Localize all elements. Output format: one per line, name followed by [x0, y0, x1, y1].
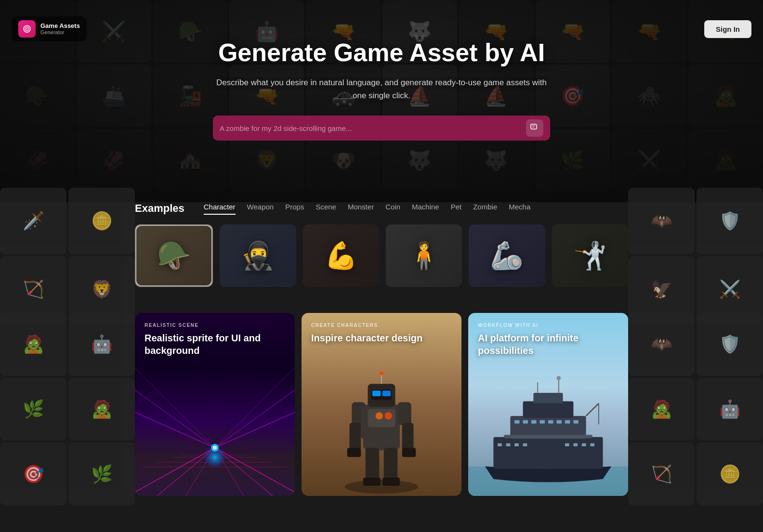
- promo-tag-character: CREATE CHARACTERS: [311, 323, 452, 328]
- card-image-4: 🧍: [407, 240, 441, 272]
- tab-weapon[interactable]: Weapon: [247, 203, 274, 215]
- promo-section: REALISTIC SCENE Realistic sprite for UI …: [0, 313, 763, 496]
- svg-rect-39: [366, 448, 380, 480]
- logo-text: Game Assets Generator: [40, 22, 80, 36]
- character-card-5[interactable]: 🦾: [469, 224, 545, 287]
- bg-cell: 🕷️: [612, 65, 686, 127]
- app-subtitle: Generator: [40, 29, 80, 36]
- tab-pet[interactable]: Pet: [451, 203, 462, 215]
- bg-cell: 🦑: [0, 129, 75, 192]
- svg-rect-56: [556, 420, 561, 424]
- svg-rect-43: [361, 407, 368, 439]
- svg-rect-37: [347, 448, 361, 457]
- svg-point-23: [345, 480, 418, 494]
- promo-card-character[interactable]: CREATE CHARACTERS Inspire character desi…: [302, 313, 461, 496]
- svg-rect-58: [573, 420, 578, 424]
- character-card-2[interactable]: 🥷: [220, 224, 296, 287]
- svg-rect-62: [523, 443, 527, 446]
- bg-cell: 🧟: [688, 65, 763, 127]
- tab-zombie[interactable]: Zombie: [473, 203, 497, 215]
- svg-point-26: [376, 412, 383, 419]
- svg-rect-41: [363, 478, 381, 486]
- examples-header: Examples Character Weapon Props Scene Mo…: [135, 202, 628, 215]
- bg-cell: ⚔️: [612, 129, 686, 192]
- svg-rect-38: [402, 448, 416, 457]
- svg-point-27: [385, 412, 392, 419]
- bg-cell: 🦑: [77, 129, 151, 192]
- svg-rect-57: [565, 420, 570, 424]
- svg-rect-63: [565, 443, 569, 446]
- svg-rect-60: [506, 443, 511, 446]
- promo-title-character: Inspire character design: [311, 332, 452, 344]
- card-image-2: 🥷: [241, 240, 275, 272]
- tab-props[interactable]: Props: [285, 203, 304, 215]
- promo-label-character: CREATE CHARACTERS Inspire character desi…: [311, 323, 452, 344]
- search-bar: [213, 116, 550, 141]
- tab-coin[interactable]: Coin: [385, 203, 400, 215]
- tab-character[interactable]: Character: [204, 203, 236, 215]
- character-card-3[interactable]: 💪: [303, 224, 379, 287]
- promo-label-ai: WORKFLOW WITH AI AI platform for infinit…: [478, 323, 618, 357]
- svg-rect-40: [384, 448, 398, 480]
- search-input[interactable]: [220, 124, 521, 132]
- svg-rect-61: [514, 443, 519, 446]
- svg-point-2: [26, 28, 28, 30]
- tab-monster[interactable]: Monster: [348, 203, 374, 215]
- sign-in-button[interactable]: Sign In: [704, 20, 751, 38]
- svg-rect-49: [523, 401, 574, 418]
- promo-title-ai: AI platform for infinite possibilities: [478, 332, 618, 357]
- svg-rect-35: [350, 423, 361, 450]
- app-name: Game Assets: [40, 22, 80, 30]
- hero-subtitle: Describe what you desire in natural lang…: [213, 76, 550, 102]
- promo-card-scene[interactable]: REALISTIC SCENE Realistic sprite for UI …: [135, 313, 295, 496]
- svg-rect-50: [533, 393, 563, 403]
- card-image-1: 🪖: [157, 240, 191, 272]
- tabs: Character Weapon Props Scene Monster Coi…: [204, 203, 531, 215]
- svg-rect-52: [523, 420, 528, 424]
- svg-rect-36: [402, 423, 414, 450]
- svg-rect-53: [531, 420, 536, 424]
- character-card-1[interactable]: 🪖: [135, 224, 213, 287]
- promo-tag-scene: REALISTIC SCENE: [145, 323, 285, 328]
- svg-rect-72: [504, 435, 592, 438]
- svg-rect-51: [514, 420, 519, 424]
- promo-title-scene: Realistic sprite for UI and background: [145, 332, 285, 357]
- card-image-6: 🤺: [573, 240, 607, 272]
- svg-rect-3: [531, 124, 537, 129]
- card-image-5: 🦾: [490, 240, 524, 272]
- character-card-6[interactable]: 🤺: [552, 224, 628, 287]
- svg-point-45: [380, 372, 383, 376]
- card-image-3: 💪: [324, 240, 358, 272]
- svg-rect-65: [582, 443, 586, 446]
- svg-line-70: [586, 403, 599, 416]
- examples-section: Examples Character Weapon Props Scene Mo…: [0, 193, 763, 297]
- svg-rect-47: [493, 437, 603, 469]
- character-card-4[interactable]: 🧍: [386, 224, 462, 287]
- search-submit-button[interactable]: [526, 119, 543, 137]
- svg-rect-59: [498, 443, 502, 446]
- promo-label-scene: REALISTIC SCENE Realistic sprite for UI …: [145, 323, 285, 357]
- svg-rect-42: [382, 478, 400, 486]
- tab-scene[interactable]: Scene: [316, 203, 336, 215]
- svg-rect-64: [573, 443, 578, 446]
- bg-cell: 🪖: [0, 65, 75, 127]
- svg-point-69: [556, 376, 561, 380]
- svg-point-22: [213, 446, 217, 450]
- promo-cards-grid: REALISTIC SCENE Realistic sprite for UI …: [135, 313, 628, 496]
- header: Game Assets Generator Sign In: [0, 0, 763, 58]
- svg-rect-55: [548, 420, 553, 424]
- logo-icon: [18, 20, 36, 38]
- svg-rect-31: [382, 391, 391, 396]
- character-cards-row: 🪖 🥷 💪 🧍 🦾 🤺: [135, 224, 628, 287]
- tab-machine[interactable]: Machine: [412, 203, 439, 215]
- tab-mecha[interactable]: Mecha: [509, 203, 530, 215]
- logo: Game Assets Generator: [12, 16, 87, 41]
- promo-card-ai[interactable]: WORKFLOW WITH AI AI platform for infinit…: [468, 313, 628, 496]
- svg-rect-34: [397, 402, 411, 425]
- svg-rect-54: [540, 420, 545, 424]
- examples-title: Examples: [135, 202, 184, 215]
- promo-tag-ai: WORKFLOW WITH AI: [478, 323, 618, 328]
- svg-rect-66: [590, 443, 594, 446]
- svg-rect-32: [372, 391, 381, 396]
- bg-cell: 🚢: [77, 65, 151, 127]
